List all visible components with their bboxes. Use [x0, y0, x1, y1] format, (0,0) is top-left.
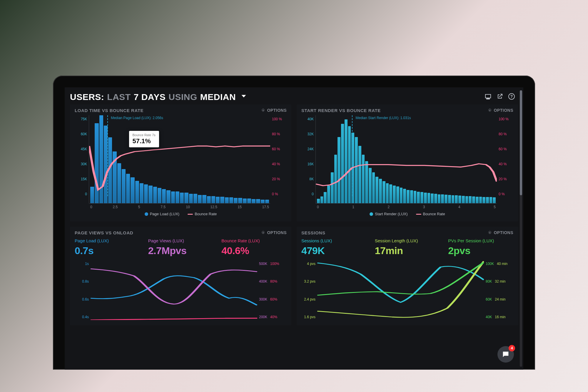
- page-title[interactable]: USERS: LAST 7 DAYS USING MEDIAN: [70, 92, 248, 102]
- options-button[interactable]: OPTIONS: [261, 108, 287, 113]
- title-word-using: USING: [168, 92, 197, 102]
- panel-pageviews-onload: PAGE VIEWS VS ONLOAD OPTIONS Page Load (…: [70, 227, 291, 325]
- title-word-median: MEDIAN: [200, 92, 236, 102]
- chat-button[interactable]: 4: [497, 346, 514, 363]
- gear-icon: [488, 108, 492, 112]
- gear-icon: [488, 231, 492, 235]
- help-icon[interactable]: ?: [508, 93, 515, 101]
- metrics-row: Page Load (LUX) 0.7s Page Views (LUX) 2.…: [75, 238, 287, 256]
- y-axis-left: 40K32K24K16K8K0: [301, 115, 315, 203]
- panel-title: SESSIONS: [301, 230, 325, 235]
- panel-title: START RENDER VS BOUNCE RATE: [301, 108, 381, 113]
- metric-sessions[interactable]: Sessions (LUX) 479K: [301, 238, 367, 256]
- bounce-line: [316, 115, 497, 196]
- metric-session-length[interactable]: Session Length (LUX) 17min: [375, 238, 440, 256]
- tooltip-value: 57.1%: [133, 137, 156, 145]
- chevron-down-icon[interactable]: [240, 92, 248, 102]
- legend-line[interactable]: Bounce Rate: [416, 212, 445, 216]
- chat-icon: [502, 350, 510, 358]
- options-button[interactable]: OPTIONS: [488, 108, 513, 113]
- chart-startrender[interactable]: 40K32K24K16K8K0 Median Start Render (LUX…: [301, 115, 513, 203]
- title-prefix: USERS:: [70, 92, 104, 102]
- panel-loadtime-bounce: LOAD TIME VS BOUNCE RATE OPTIONS 75K60K4…: [70, 104, 291, 221]
- y-axis-left: 1s0.8s0.6s0.4s: [75, 261, 91, 320]
- laptop-bezel: USERS: LAST 7 DAYS USING MEDIAN ? LOAD T…: [53, 76, 535, 370]
- plot-area[interactable]: [91, 261, 257, 320]
- metrics-row: Sessions (LUX) 479K Session Length (LUX)…: [301, 238, 513, 256]
- plot-area[interactable]: Median Start Render (LUX): 1.031s 012345: [315, 115, 497, 203]
- fullscreen-icon[interactable]: [485, 93, 492, 101]
- panel-sessions: SESSIONS OPTIONS Sessions (LUX) 479K Ses…: [297, 227, 518, 325]
- chart-loadtime[interactable]: 75K60K45K30K15K0 Median Page Load (LUX):…: [75, 115, 287, 203]
- y-axis-right: 100 %80 %60 %40 %20 %0 %: [497, 115, 513, 203]
- metric-pvs-per-session[interactable]: PVs Per Session (LUX) 2pvs: [448, 238, 513, 256]
- options-button[interactable]: OPTIONS: [488, 230, 513, 235]
- tooltip: Bounce Rate 7s 57.1%: [129, 131, 159, 147]
- legend-line[interactable]: Bounce Rate: [188, 212, 217, 216]
- header: USERS: LAST 7 DAYS USING MEDIAN ?: [65, 87, 523, 104]
- svg-point-2: [263, 110, 264, 111]
- title-word-last: LAST: [107, 92, 131, 102]
- gear-icon: [261, 231, 265, 235]
- svg-point-3: [490, 110, 491, 111]
- x-axis: 012345: [316, 205, 497, 209]
- panel-startrender-bounce: START RENDER VS BOUNCE RATE OPTIONS 40K3…: [297, 104, 518, 221]
- panel-title: PAGE VIEWS VS ONLOAD: [75, 230, 133, 235]
- plot-area[interactable]: Median Page Load (LUX): 2.056s Bounce Ra…: [89, 115, 270, 203]
- y-axis-right: 100 %80 %60 %40 %20 %0 %: [270, 115, 287, 203]
- legend-bar[interactable]: Start Render (LUX): [370, 212, 407, 216]
- metric-page-load[interactable]: Page Load (LUX) 0.7s: [75, 238, 140, 256]
- svg-point-5: [490, 232, 491, 233]
- title-word-7days: 7 DAYS: [134, 92, 166, 102]
- legend: Page Load (LUX) Bounce Rate: [75, 212, 287, 216]
- panel-title: LOAD TIME VS BOUNCE RATE: [75, 108, 143, 113]
- bounce-line: [89, 115, 270, 196]
- x-axis: 02.557.51012.51517.5: [89, 205, 270, 209]
- svg-text:?: ?: [510, 94, 513, 99]
- scrollbar[interactable]: [520, 90, 522, 367]
- y-axis-right: 100K40 min 80K32 min 60K24 min 40K16 min: [484, 261, 513, 320]
- y-axis-left: 4 pvs3.2 pvs2.4 pvs1.6 pvs: [301, 261, 317, 320]
- metric-bounce-rate[interactable]: Bounce Rate (LUX) 40.6%: [221, 238, 287, 256]
- header-icons: ?: [485, 93, 515, 101]
- y-axis-left: 75K60K45K30K15K0: [75, 115, 89, 203]
- legend-bar[interactable]: Page Load (LUX): [145, 212, 179, 216]
- chat-count-badge: 4: [509, 345, 515, 351]
- svg-point-4: [263, 232, 264, 233]
- gear-icon: [261, 108, 265, 112]
- y-axis-right: 500K100% 400K80% 300K60% 200K40%: [257, 261, 287, 320]
- metric-page-views[interactable]: Page Views (LUX) 2.7Mpvs: [148, 238, 213, 256]
- dashboard-screen: USERS: LAST 7 DAYS USING MEDIAN ? LOAD T…: [65, 87, 523, 370]
- plot-area[interactable]: [317, 261, 484, 320]
- share-icon[interactable]: [496, 93, 503, 101]
- tooltip-label: Bounce Rate 7s: [133, 133, 156, 137]
- scrollbar-thumb[interactable]: [520, 90, 522, 195]
- options-button[interactable]: OPTIONS: [261, 230, 287, 235]
- chart-sessions[interactable]: 4 pvs3.2 pvs2.4 pvs1.6 pvs 100K40 min 80…: [301, 261, 513, 320]
- chart-pageviews[interactable]: 1s0.8s0.6s0.4s 500K100% 400K80% 300K60%: [75, 261, 287, 320]
- legend: Start Render (LUX) Bounce Rate: [301, 212, 513, 216]
